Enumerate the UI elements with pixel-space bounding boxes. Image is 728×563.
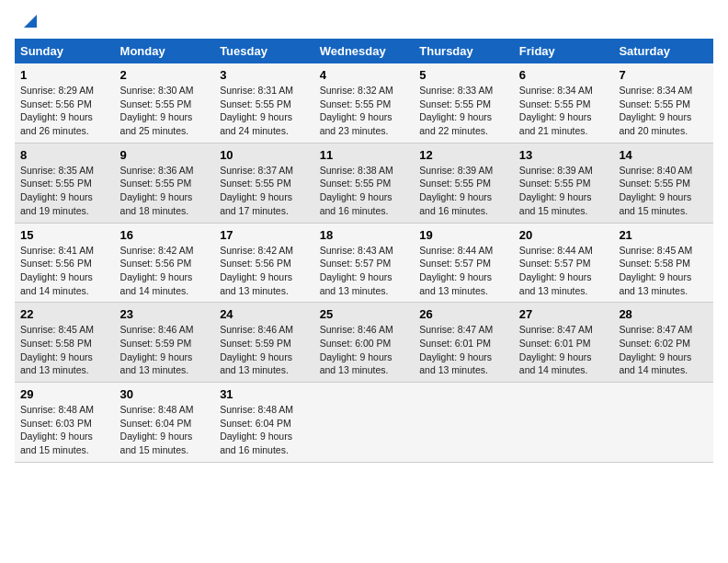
day-number: 31 xyxy=(220,387,309,401)
day-info: Sunrise: 8:31 AM Sunset: 5:55 PM Dayligh… xyxy=(220,85,293,136)
day-number: 10 xyxy=(220,148,309,162)
day-info: Sunrise: 8:46 AM Sunset: 5:59 PM Dayligh… xyxy=(220,324,293,375)
day-number: 25 xyxy=(320,307,409,321)
day-number: 8 xyxy=(20,148,109,162)
calendar-cell: 17 Sunrise: 8:42 AM Sunset: 5:56 PM Dayl… xyxy=(214,223,314,303)
day-info: Sunrise: 8:48 AM Sunset: 6:04 PM Dayligh… xyxy=(220,404,293,455)
day-number: 7 xyxy=(619,68,708,82)
calendar-cell: 23 Sunrise: 8:46 AM Sunset: 5:59 PM Dayl… xyxy=(115,303,215,383)
calendar-cell: 21 Sunrise: 8:45 AM Sunset: 5:58 PM Dayl… xyxy=(613,223,713,303)
day-info: Sunrise: 8:46 AM Sunset: 6:00 PM Dayligh… xyxy=(320,324,393,375)
day-number: 11 xyxy=(320,148,409,162)
day-info: Sunrise: 8:32 AM Sunset: 5:55 PM Dayligh… xyxy=(320,85,393,136)
day-number: 21 xyxy=(619,228,708,242)
day-info: Sunrise: 8:41 AM Sunset: 5:56 PM Dayligh… xyxy=(20,245,94,296)
calendar-cell: 31 Sunrise: 8:48 AM Sunset: 6:04 PM Dayl… xyxy=(214,383,314,463)
day-info: Sunrise: 8:46 AM Sunset: 5:59 PM Dayligh… xyxy=(120,324,194,375)
day-info: Sunrise: 8:39 AM Sunset: 5:55 PM Dayligh… xyxy=(519,165,593,216)
calendar-cell: 30 Sunrise: 8:48 AM Sunset: 6:04 PM Dayl… xyxy=(115,383,215,463)
calendar-cell: 18 Sunrise: 8:43 AM Sunset: 5:57 PM Dayl… xyxy=(314,223,415,303)
week-row-5: 29 Sunrise: 8:48 AM Sunset: 6:03 PM Dayl… xyxy=(15,383,713,463)
day-info: Sunrise: 8:43 AM Sunset: 5:57 PM Dayligh… xyxy=(320,245,393,296)
calendar-cell: 9 Sunrise: 8:36 AM Sunset: 5:55 PM Dayli… xyxy=(115,143,215,223)
calendar-cell: 29 Sunrise: 8:48 AM Sunset: 6:03 PM Dayl… xyxy=(15,383,115,463)
calendar-cell: 3 Sunrise: 8:31 AM Sunset: 5:55 PM Dayli… xyxy=(214,63,314,143)
col-header-tuesday: Tuesday xyxy=(214,39,314,63)
calendar-cell xyxy=(613,383,713,463)
day-number: 27 xyxy=(519,307,609,321)
day-info: Sunrise: 8:33 AM Sunset: 5:55 PM Dayligh… xyxy=(419,85,493,136)
calendar-cell: 19 Sunrise: 8:44 AM Sunset: 5:57 PM Dayl… xyxy=(414,223,514,303)
calendar-cell: 11 Sunrise: 8:38 AM Sunset: 5:55 PM Dayl… xyxy=(314,143,415,223)
svg-marker-0 xyxy=(24,15,37,28)
calendar-cell: 14 Sunrise: 8:40 AM Sunset: 5:55 PM Dayl… xyxy=(613,143,713,223)
day-number: 30 xyxy=(120,387,210,401)
day-info: Sunrise: 8:45 AM Sunset: 5:58 PM Dayligh… xyxy=(20,324,94,375)
day-number: 14 xyxy=(619,148,708,162)
week-row-1: 1 Sunrise: 8:29 AM Sunset: 5:56 PM Dayli… xyxy=(15,63,713,143)
day-info: Sunrise: 8:42 AM Sunset: 5:56 PM Dayligh… xyxy=(120,245,194,296)
col-header-wednesday: Wednesday xyxy=(314,39,415,63)
day-number: 12 xyxy=(419,148,508,162)
day-info: Sunrise: 8:42 AM Sunset: 5:56 PM Dayligh… xyxy=(220,245,293,296)
calendar-cell: 28 Sunrise: 8:47 AM Sunset: 6:02 PM Dayl… xyxy=(613,303,713,383)
day-info: Sunrise: 8:40 AM Sunset: 5:55 PM Dayligh… xyxy=(619,165,692,216)
col-header-sunday: Sunday xyxy=(15,39,115,63)
day-number: 20 xyxy=(519,228,609,242)
calendar-table: SundayMondayTuesdayWednesdayThursdayFrid… xyxy=(15,39,713,463)
week-row-2: 8 Sunrise: 8:35 AM Sunset: 5:55 PM Dayli… xyxy=(15,143,713,223)
calendar-cell: 22 Sunrise: 8:45 AM Sunset: 5:58 PM Dayl… xyxy=(15,303,115,383)
day-info: Sunrise: 8:44 AM Sunset: 5:57 PM Dayligh… xyxy=(519,245,593,296)
day-number: 1 xyxy=(20,68,109,82)
header xyxy=(15,15,713,31)
day-info: Sunrise: 8:29 AM Sunset: 5:56 PM Dayligh… xyxy=(20,85,94,136)
calendar-cell: 13 Sunrise: 8:39 AM Sunset: 5:55 PM Dayl… xyxy=(514,143,614,223)
day-info: Sunrise: 8:47 AM Sunset: 6:01 PM Dayligh… xyxy=(519,324,593,375)
week-row-4: 22 Sunrise: 8:45 AM Sunset: 5:58 PM Dayl… xyxy=(15,303,713,383)
calendar-cell: 10 Sunrise: 8:37 AM Sunset: 5:55 PM Dayl… xyxy=(214,143,314,223)
day-info: Sunrise: 8:38 AM Sunset: 5:55 PM Dayligh… xyxy=(320,165,393,216)
day-number: 9 xyxy=(120,148,210,162)
day-info: Sunrise: 8:36 AM Sunset: 5:55 PM Dayligh… xyxy=(120,165,194,216)
col-header-saturday: Saturday xyxy=(613,39,713,63)
day-number: 26 xyxy=(419,307,508,321)
day-info: Sunrise: 8:44 AM Sunset: 5:57 PM Dayligh… xyxy=(419,245,493,296)
day-number: 22 xyxy=(20,307,109,321)
day-info: Sunrise: 8:47 AM Sunset: 6:01 PM Dayligh… xyxy=(419,324,493,375)
day-number: 28 xyxy=(619,307,708,321)
day-info: Sunrise: 8:35 AM Sunset: 5:55 PM Dayligh… xyxy=(20,165,94,216)
day-number: 4 xyxy=(320,68,409,82)
calendar-cell: 24 Sunrise: 8:46 AM Sunset: 5:59 PM Dayl… xyxy=(214,303,314,383)
day-number: 18 xyxy=(320,228,409,242)
calendar-cell: 7 Sunrise: 8:34 AM Sunset: 5:55 PM Dayli… xyxy=(613,63,713,143)
col-header-friday: Friday xyxy=(514,39,614,63)
day-info: Sunrise: 8:48 AM Sunset: 6:03 PM Dayligh… xyxy=(20,404,94,455)
col-header-thursday: Thursday xyxy=(414,39,514,63)
week-row-3: 15 Sunrise: 8:41 AM Sunset: 5:56 PM Dayl… xyxy=(15,223,713,303)
day-info: Sunrise: 8:34 AM Sunset: 5:55 PM Dayligh… xyxy=(619,85,692,136)
day-number: 24 xyxy=(220,307,309,321)
calendar-cell: 12 Sunrise: 8:39 AM Sunset: 5:55 PM Dayl… xyxy=(414,143,514,223)
calendar-cell: 8 Sunrise: 8:35 AM Sunset: 5:55 PM Dayli… xyxy=(15,143,115,223)
calendar-cell: 2 Sunrise: 8:30 AM Sunset: 5:55 PM Dayli… xyxy=(115,63,215,143)
col-header-monday: Monday xyxy=(115,39,215,63)
calendar-cell: 15 Sunrise: 8:41 AM Sunset: 5:56 PM Dayl… xyxy=(15,223,115,303)
header-row: SundayMondayTuesdayWednesdayThursdayFrid… xyxy=(15,39,713,63)
calendar-cell: 1 Sunrise: 8:29 AM Sunset: 5:56 PM Dayli… xyxy=(15,63,115,143)
day-number: 17 xyxy=(220,228,309,242)
day-info: Sunrise: 8:47 AM Sunset: 6:02 PM Dayligh… xyxy=(619,324,692,375)
day-number: 16 xyxy=(120,228,210,242)
day-info: Sunrise: 8:30 AM Sunset: 5:55 PM Dayligh… xyxy=(120,85,194,136)
day-number: 13 xyxy=(519,148,609,162)
day-number: 5 xyxy=(419,68,508,82)
day-number: 15 xyxy=(20,228,109,242)
day-number: 2 xyxy=(120,68,210,82)
day-number: 3 xyxy=(220,68,309,82)
logo-icon xyxy=(17,11,37,31)
calendar-cell: 25 Sunrise: 8:46 AM Sunset: 6:00 PM Dayl… xyxy=(314,303,415,383)
calendar-cell: 4 Sunrise: 8:32 AM Sunset: 5:55 PM Dayli… xyxy=(314,63,415,143)
calendar-cell: 6 Sunrise: 8:34 AM Sunset: 5:55 PM Dayli… xyxy=(514,63,614,143)
day-info: Sunrise: 8:34 AM Sunset: 5:55 PM Dayligh… xyxy=(519,85,593,136)
day-number: 6 xyxy=(519,68,609,82)
day-number: 29 xyxy=(20,387,109,401)
